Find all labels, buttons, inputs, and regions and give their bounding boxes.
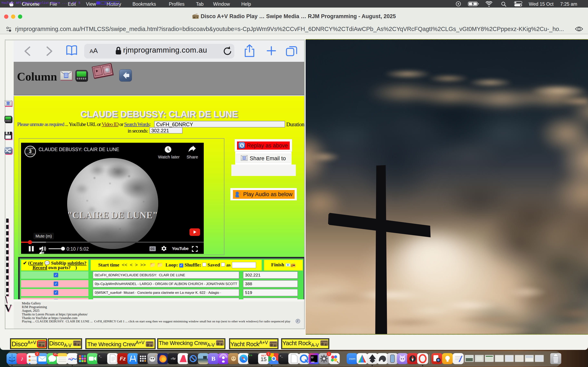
svg-text:zoom: zoom bbox=[349, 357, 355, 360]
svg-text:1: 1 bbox=[240, 145, 241, 147]
